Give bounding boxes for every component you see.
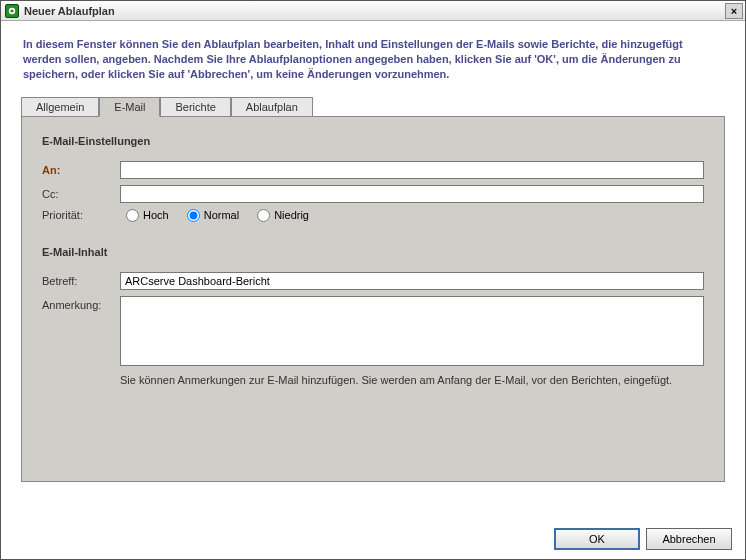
app-icon — [5, 4, 19, 18]
tab-email[interactable]: E-Mail — [99, 97, 160, 117]
tab-schedule[interactable]: Ablaufplan — [231, 97, 313, 117]
window-title: Neuer Ablaufplan — [24, 5, 725, 17]
note-hint: Sie können Anmerkungen zur E-Mail hinzuf… — [120, 374, 704, 386]
cc-input[interactable] — [120, 185, 704, 203]
priority-low-radio[interactable] — [257, 209, 270, 222]
header-description: In diesem Fenster können Sie den Ablaufp… — [1, 21, 745, 96]
priority-label: Priorität: — [42, 209, 120, 221]
titlebar: Neuer Ablaufplan × — [1, 1, 745, 21]
priority-low-option[interactable]: Niedrig — [257, 209, 309, 222]
cancel-button[interactable]: Abbrechen — [646, 528, 732, 550]
priority-high-label: Hoch — [143, 209, 169, 221]
tab-reports[interactable]: Berichte — [160, 97, 230, 117]
footer-buttons: OK Abbrechen — [554, 528, 732, 550]
close-button[interactable]: × — [725, 3, 743, 19]
note-textarea[interactable] — [120, 296, 704, 366]
tab-general[interactable]: Allgemein — [21, 97, 99, 117]
to-label: An: — [42, 164, 120, 176]
subject-input[interactable] — [120, 272, 704, 290]
priority-normal-option[interactable]: Normal — [187, 209, 239, 222]
note-label: Anmerkung: — [42, 296, 120, 311]
priority-normal-radio[interactable] — [187, 209, 200, 222]
subject-label: Betreff: — [42, 275, 120, 287]
ok-button[interactable]: OK — [554, 528, 640, 550]
priority-high-option[interactable]: Hoch — [126, 209, 169, 222]
cc-label: Cc: — [42, 188, 120, 200]
email-settings-title: E-Mail-Einstellungen — [42, 135, 704, 147]
priority-low-label: Niedrig — [274, 209, 309, 221]
to-input[interactable] — [120, 161, 704, 179]
email-panel: E-Mail-Einstellungen An: Cc: Priorität: … — [21, 116, 725, 482]
email-content-title: E-Mail-Inhalt — [42, 246, 704, 258]
priority-high-radio[interactable] — [126, 209, 139, 222]
tab-strip: Allgemein E-Mail Berichte Ablaufplan — [21, 96, 725, 116]
priority-normal-label: Normal — [204, 209, 239, 221]
svg-point-1 — [11, 9, 14, 12]
